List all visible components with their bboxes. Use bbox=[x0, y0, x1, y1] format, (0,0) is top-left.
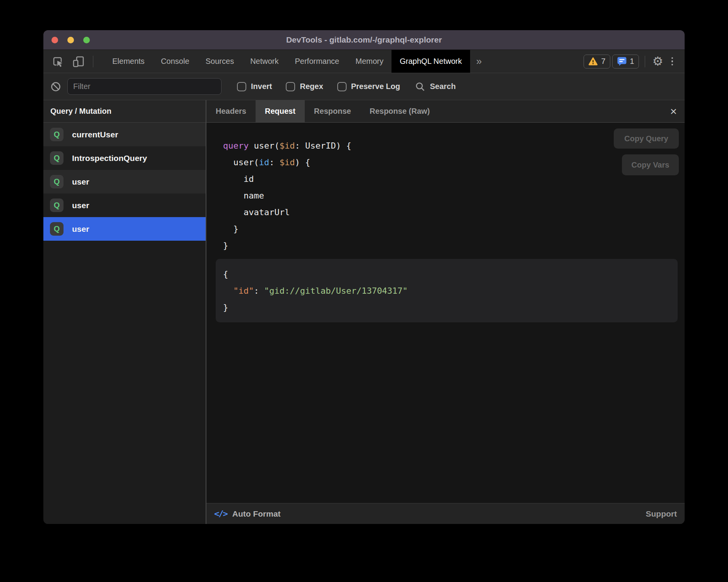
query-type-badge: Q bbox=[50, 199, 64, 212]
request-list: QcurrentUserQIntrospectionQueryQuserQuse… bbox=[43, 123, 206, 241]
messages-badge[interactable]: 1 bbox=[612, 55, 639, 68]
warning-count: 7 bbox=[601, 57, 605, 66]
kebab-icon bbox=[671, 57, 673, 66]
minimize-window-button[interactable] bbox=[67, 37, 74, 43]
auto-format-button[interactable]: </> Auto Format bbox=[214, 509, 281, 519]
tab-graphql-network[interactable]: GraphQL Network bbox=[391, 50, 470, 73]
message-count: 1 bbox=[630, 57, 634, 66]
checkbox-invert[interactable]: Invert bbox=[237, 82, 272, 91]
request-name-label: user bbox=[72, 224, 89, 234]
code-line: } bbox=[223, 237, 685, 254]
request-list-item[interactable]: Quser bbox=[43, 217, 206, 241]
traffic-lights bbox=[52, 30, 90, 50]
inspect-cursor-icon bbox=[51, 55, 64, 68]
filter-checkboxes: InvertRegexPreserve Log bbox=[237, 82, 400, 91]
detail-panel: HeadersRequestResponseResponse (Raw) × q… bbox=[206, 100, 685, 524]
detail-tabs: HeadersRequestResponseResponse (Raw) bbox=[206, 100, 439, 122]
request-tab-content: query user($id: UserID) { user(id: $id) … bbox=[206, 123, 685, 503]
titlebar: DevTools - gitlab.com/-/graphql-explorer bbox=[43, 30, 685, 50]
tab-network[interactable]: Network bbox=[242, 50, 287, 73]
close-panel-button[interactable]: × bbox=[662, 106, 685, 117]
request-list-item[interactable]: QIntrospectionQuery bbox=[43, 146, 206, 170]
query-variables-box: { "id": "gid://gitlab/User/13704317"} bbox=[216, 259, 678, 322]
query-type-badge: Q bbox=[50, 151, 64, 165]
devtools-window: DevTools - gitlab.com/-/graphql-explorer… bbox=[43, 30, 685, 524]
main-toolbar: ElementsConsoleSourcesNetworkPerformance… bbox=[43, 50, 685, 73]
tab-elements[interactable]: Elements bbox=[104, 50, 153, 73]
copy-vars-button[interactable]: Copy Vars bbox=[622, 154, 679, 175]
device-toolbar-icon bbox=[72, 55, 85, 68]
close-window-button[interactable] bbox=[52, 37, 58, 43]
request-list-item[interactable]: QcurrentUser bbox=[43, 123, 206, 146]
graphql-query-code: query user($id: UserID) { user(id: $id) … bbox=[206, 123, 685, 254]
checkbox-box-regex[interactable] bbox=[286, 82, 295, 91]
code-line: user(id: $id) { bbox=[223, 154, 685, 171]
inspect-element-button[interactable] bbox=[51, 55, 64, 68]
request-sidebar: Query / Mutation QcurrentUserQIntrospect… bbox=[43, 100, 206, 524]
checkbox-regex[interactable]: Regex bbox=[286, 82, 323, 91]
toolbar-right: 7 1 ⚙ bbox=[584, 50, 685, 73]
toolbar-right-separator bbox=[645, 56, 645, 67]
request-name-label: IntrospectionQuery bbox=[72, 154, 147, 163]
sidebar-header: Query / Mutation bbox=[43, 100, 206, 123]
code-line: { bbox=[223, 266, 678, 282]
detail-tab-response-raw[interactable]: Response (Raw) bbox=[360, 100, 439, 122]
code-brackets-icon: </> bbox=[214, 509, 227, 519]
copy-query-button[interactable]: Copy Query bbox=[614, 128, 679, 149]
more-tabs-button[interactable]: » bbox=[470, 50, 488, 73]
checkbox-box-preserve-log[interactable] bbox=[337, 82, 347, 91]
query-variables-code: { "id": "gid://gitlab/User/13704317"} bbox=[223, 266, 678, 316]
code-line: avatarUrl bbox=[223, 204, 685, 221]
close-icon: × bbox=[670, 105, 677, 118]
detail-tab-request[interactable]: Request bbox=[256, 100, 305, 122]
gear-icon: ⚙ bbox=[652, 55, 663, 68]
zoom-window-button[interactable] bbox=[83, 37, 90, 43]
code-line: } bbox=[223, 221, 685, 237]
detail-tabs-row: HeadersRequestResponseResponse (Raw) × bbox=[206, 100, 685, 123]
search-icon bbox=[415, 81, 426, 92]
checkbox-label-invert: Invert bbox=[251, 82, 272, 91]
message-bubble-icon bbox=[617, 56, 627, 66]
request-list-item[interactable]: Quser bbox=[43, 193, 206, 217]
detail-tab-headers[interactable]: Headers bbox=[206, 100, 256, 122]
tab-memory[interactable]: Memory bbox=[347, 50, 391, 73]
clear-requests-button[interactable] bbox=[50, 81, 61, 92]
warning-icon bbox=[588, 57, 598, 66]
toolbar-tabs: ElementsConsoleSourcesNetworkPerformance… bbox=[104, 50, 470, 73]
checkbox-label-preserve-log: Preserve Log bbox=[351, 82, 400, 91]
code-line: id bbox=[223, 171, 685, 187]
filter-input[interactable] bbox=[67, 78, 221, 95]
tab-performance[interactable]: Performance bbox=[287, 50, 348, 73]
checkbox-label-regex: Regex bbox=[300, 82, 323, 91]
search-label: Search bbox=[430, 82, 456, 91]
device-toolbar-button[interactable] bbox=[72, 55, 85, 68]
search-button[interactable]: Search bbox=[415, 81, 456, 92]
menu-button[interactable] bbox=[667, 55, 678, 68]
detail-tab-response[interactable]: Response bbox=[305, 100, 361, 122]
request-list-item[interactable]: Quser bbox=[43, 170, 206, 193]
request-name-label: user bbox=[72, 177, 89, 187]
checkbox-preserve-log[interactable]: Preserve Log bbox=[337, 82, 400, 91]
query-type-badge: Q bbox=[50, 128, 64, 141]
main-split: Query / Mutation QcurrentUserQIntrospect… bbox=[43, 100, 685, 524]
settings-button[interactable]: ⚙ bbox=[651, 55, 665, 67]
code-line: } bbox=[223, 299, 678, 316]
toolbar-separator bbox=[93, 56, 93, 67]
code-line: "id": "gid://gitlab/User/13704317" bbox=[223, 282, 678, 299]
toolbar-left-icons bbox=[43, 50, 100, 73]
support-link[interactable]: Support bbox=[646, 509, 677, 519]
filter-bar: InvertRegexPreserve Log Search bbox=[43, 73, 685, 100]
block-icon bbox=[50, 81, 61, 92]
tab-sources[interactable]: Sources bbox=[197, 50, 242, 73]
code-line: name bbox=[223, 187, 685, 204]
detail-footer: </> Auto Format Support bbox=[206, 503, 685, 524]
request-name-label: currentUser bbox=[72, 130, 118, 139]
query-type-badge: Q bbox=[50, 175, 64, 188]
checkbox-box-invert[interactable] bbox=[237, 82, 246, 91]
request-name-label: user bbox=[72, 201, 89, 210]
query-type-badge: Q bbox=[50, 222, 64, 236]
auto-format-label: Auto Format bbox=[232, 509, 281, 519]
window-title: DevTools - gitlab.com/-/graphql-explorer bbox=[286, 35, 442, 45]
tab-console[interactable]: Console bbox=[153, 50, 197, 73]
warnings-badge[interactable]: 7 bbox=[584, 55, 610, 68]
